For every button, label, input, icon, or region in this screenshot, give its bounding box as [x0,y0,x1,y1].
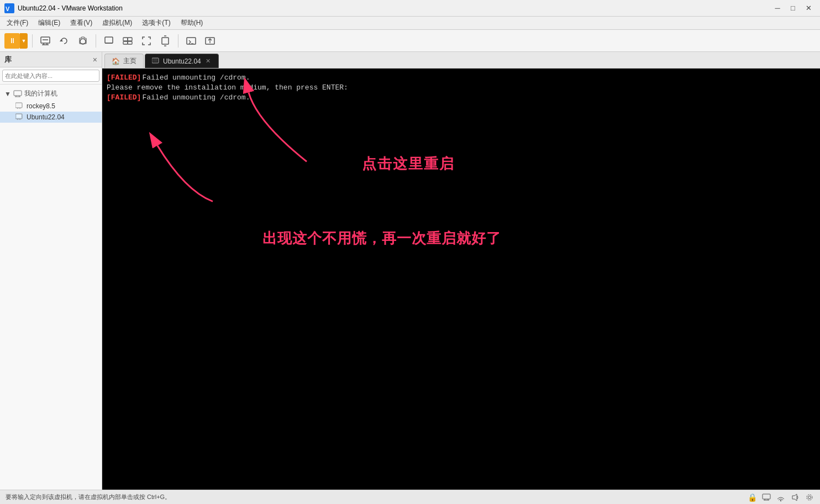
console-button[interactable] [183,33,199,49]
sidebar-header: 库 × [0,52,102,67]
svg-rect-35 [153,59,157,62]
menu-file[interactable]: 文件(F) [2,17,33,29]
svg-rect-18 [187,38,196,44]
sidebar-close-button[interactable]: × [93,55,97,64]
svg-point-45 [807,495,812,500]
svg-marker-43 [792,494,797,501]
sidebar-tree: ▼ 我的计算机 rockey8.5 [0,85,102,490]
terminal-text-2: Please remove the installation medium, t… [107,83,348,93]
vm-terminal: [FAILED] Failed unmounting /cdrom. Pleas… [102,69,820,490]
menu-edit[interactable]: 编辑(E) [34,17,65,29]
pause-dropdown-button[interactable]: ▼ [20,33,28,49]
close-button[interactable]: ✕ [801,3,816,14]
tab-ubuntu-close-button[interactable]: ✕ [204,57,212,65]
vm-icon-rockey [15,102,23,110]
tree-expand-icon: ▼ [4,90,11,98]
tab-ubuntu[interactable]: Ubuntu22.04 ✕ [145,54,219,68]
fullscreen-button[interactable] [138,33,155,49]
status-lock-icon[interactable]: 🔒 [747,492,757,502]
menu-bar: 文件(F) 编辑(E) 查看(V) 虚拟机(M) 选项卡(T) 帮助(H) [0,17,820,30]
svg-marker-7 [60,39,63,41]
display-icon [762,493,771,502]
vm-label-rockey: rockey8.5 [27,102,55,110]
menu-help[interactable]: 帮助(H) [176,17,208,29]
normal-view-icon [103,35,114,46]
svg-rect-12 [128,38,132,41]
svg-point-42 [780,500,781,501]
tab-bar: 🏠 主页 Ubuntu22.04 ✕ [102,52,820,69]
tab-ubuntu-label: Ubuntu22.04 [163,57,201,65]
pause-button[interactable]: ⏸ [4,33,20,49]
maximize-button[interactable]: □ [786,3,800,14]
terminal-line-2: Please remove the installation medium, t… [107,83,816,93]
failed-badge-2: [FAILED] [107,93,141,103]
sidebar: 库 × ▼ 我的计算机 [0,52,102,490]
gear-icon [805,493,814,502]
suspend-button[interactable] [37,33,54,49]
app-icon: V [4,3,14,13]
snapshot-button[interactable] [75,33,91,49]
status-settings-icon[interactable] [805,492,814,502]
svg-rect-11 [123,38,128,41]
status-display-icon[interactable] [761,492,771,502]
status-bar: 要将输入定向到该虚拟机，请在虚拟机内部单击或按 Ctrl+G。 🔒 [0,490,820,504]
status-network-icon[interactable] [776,492,786,502]
unity-view-icon [122,35,133,46]
svg-rect-13 [123,41,128,44]
pause-group: ⏸ ▼ [4,33,28,49]
status-bar-right: 🔒 [747,492,814,502]
separator-3 [178,34,178,48]
sidebar-item-ubuntu[interactable]: Ubuntu22.04 [0,112,102,123]
tab-home-label: 主页 [123,56,136,66]
sidebar-title: 库 [4,55,12,65]
tree-group-label: 我的计算机 [24,89,57,98]
separator-1 [32,34,33,48]
svg-rect-31 [17,114,21,118]
normal-view-button[interactable] [101,33,117,49]
svg-point-44 [808,496,811,498]
tree-group-my-computer[interactable]: ▼ 我的计算机 [0,87,102,101]
title-bar-left: V Ubuntu22.04 - VMware Workstation [4,3,123,13]
send-ctrlaltdel-button[interactable] [202,33,218,49]
sidebar-search-input[interactable] [2,70,99,82]
svg-text:V: V [6,6,10,12]
minimize-button[interactable]: ─ [770,3,785,14]
sidebar-item-rockey8[interactable]: rockey8.5 [0,101,102,112]
status-audio-icon[interactable] [790,492,800,502]
svg-rect-9 [105,37,113,43]
menu-tabs[interactable]: 选项卡(T) [138,17,175,29]
unity-view-button[interactable] [119,33,136,49]
vm-screen[interactable]: [FAILED] Failed unmounting /cdrom. Pleas… [102,69,820,490]
console-icon [186,35,197,46]
network-icon [776,493,785,502]
svg-rect-27 [17,103,21,107]
terminal-line-1: [FAILED] Failed unmounting /cdrom. [107,73,816,83]
audio-icon [791,493,800,502]
fullscreen-icon [141,35,152,46]
terminal-text-1: Failed unmounting /cdrom. [142,73,250,83]
title-bar: V Ubuntu22.04 - VMware Workstation ─ □ ✕ [0,0,820,17]
title-bar-controls: ─ □ ✕ [770,3,816,14]
stretch-button[interactable] [157,33,174,49]
suspend-icon [40,35,51,46]
svg-rect-15 [162,38,169,44]
toolbar: ⏸ ▼ [0,30,820,52]
svg-rect-38 [763,494,770,499]
svg-rect-14 [128,41,132,44]
stretch-icon [160,35,171,46]
terminal-line-3: [FAILED] Failed unmounting /cdrom. [107,93,816,103]
vm-icon-ubuntu [15,113,23,121]
send-ctrlaltdel-icon [204,35,215,46]
sidebar-search [0,67,102,85]
home-icon: 🏠 [112,57,120,65]
svg-rect-22 [14,91,22,96]
terminal-text-3: Failed unmounting /cdrom. [142,93,250,103]
tab-home[interactable]: 🏠 主页 [104,54,144,68]
tab-vm-icon [152,57,160,65]
menu-view[interactable]: 查看(V) [66,17,97,29]
snapshot-icon [77,35,88,46]
window-title: Ubuntu22.04 - VMware Workstation [18,4,123,12]
main-container: 库 × ▼ 我的计算机 [0,52,820,490]
menu-vm[interactable]: 虚拟机(M) [98,17,136,29]
revert-button[interactable] [56,33,72,49]
